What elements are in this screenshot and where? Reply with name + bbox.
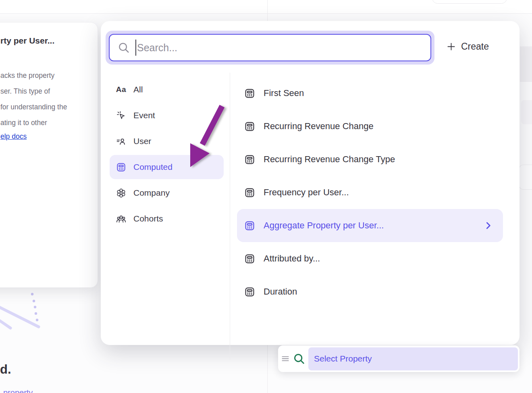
category-tab-event[interactable]: Event [110, 103, 224, 128]
text-format-icon: Aa [116, 85, 126, 95]
search-icon [118, 42, 130, 54]
calculator-icon [244, 286, 255, 297]
top-divider [0, 13, 532, 14]
company-cluster-icon [116, 188, 126, 198]
cohorts-people-icon [116, 214, 126, 224]
tooltip-line: ser. This type of [0, 84, 67, 99]
calculator-icon [244, 88, 255, 99]
property-item-first-seen[interactable]: First Seen [237, 77, 503, 110]
search-field[interactable] [109, 34, 431, 61]
select-property-label: Select Property [314, 354, 372, 364]
calculator-icon [244, 253, 255, 264]
calculator-icon [244, 154, 255, 165]
property-tooltip-card: rty per User... acks the property ser. T… [0, 22, 98, 288]
property-item-frequency-per-user[interactable]: Frequency per User... [237, 176, 503, 209]
drag-handle-icon[interactable] [280, 353, 291, 364]
property-label: Recurring Revenue Change Type [264, 154, 395, 165]
event-cursor-icon [116, 111, 126, 121]
property-label: Frequency per User... [264, 187, 349, 198]
decorative-chart-lines [0, 288, 52, 335]
background-panel-fragment [521, 100, 532, 124]
category-label: User [133, 136, 151, 146]
chevron-right-icon [483, 220, 493, 231]
clipped-heading-fragment: d. [0, 362, 11, 377]
category-tab-cohorts[interactable]: Cohorts [110, 207, 224, 231]
category-tab-computed[interactable]: Computed [110, 155, 224, 179]
property-item-aggregate-property-per-user[interactable]: Aggregate Property per User... [237, 209, 503, 242]
calculator-icon [244, 187, 255, 198]
property-selector-modal: Create Aa All Event User [101, 21, 520, 345]
help-docs-link[interactable]: elp docs [0, 132, 27, 141]
calculator-icon [244, 220, 255, 231]
tooltip-title: rty per User... [0, 36, 54, 46]
plus-icon [447, 42, 456, 51]
property-item-recurring-revenue-change[interactable]: Recurring Revenue Change [237, 110, 503, 143]
property-label: Duration [264, 286, 297, 297]
property-label: Recurring Revenue Change [264, 121, 374, 132]
property-label: First Seen [264, 88, 304, 98]
category-label: Event [133, 111, 155, 120]
background-toolbar-button[interactable] [432, 0, 507, 4]
select-property-card: Select Property [278, 345, 520, 372]
user-profile-icon [116, 136, 126, 146]
property-item-recurring-revenue-change-type[interactable]: Recurring Revenue Change Type [237, 143, 503, 176]
property-label: Attributed by... [264, 253, 320, 264]
category-tab-all[interactable]: Aa All [110, 77, 224, 102]
create-button-label: Create [461, 41, 489, 52]
category-label: All [133, 85, 143, 94]
search-field-focus-ring [106, 31, 434, 65]
category-tab-user[interactable]: User [110, 129, 224, 153]
tooltip-line: acks the property [0, 68, 67, 84]
property-item-attributed-by[interactable]: Attributed by... [237, 242, 503, 275]
property-search-icon [293, 353, 305, 365]
category-label: Cohorts [133, 214, 163, 224]
category-tab-company[interactable]: Company [110, 181, 224, 205]
category-label: Company [133, 188, 170, 198]
search-input[interactable] [137, 42, 430, 54]
category-label: Computed [133, 162, 172, 172]
property-label: Aggregate Property per User... [264, 220, 384, 231]
tooltip-line: ating it to other [0, 115, 67, 131]
select-property-button[interactable]: Select Property [308, 347, 518, 370]
create-button[interactable]: Create [447, 41, 489, 52]
clipped-link-fragment[interactable]: property [3, 388, 35, 393]
tooltip-line: for understanding the [0, 99, 67, 115]
modal-column-divider [230, 73, 230, 360]
text-caret [135, 40, 136, 56]
background-panel-fragment [519, 165, 532, 190]
tooltip-description: acks the property ser. This type of for … [0, 68, 67, 131]
calculator-icon [116, 162, 126, 172]
property-item-duration[interactable]: Duration [237, 275, 503, 308]
background-panel-fragment [520, 46, 532, 82]
calculator-icon [244, 121, 255, 132]
